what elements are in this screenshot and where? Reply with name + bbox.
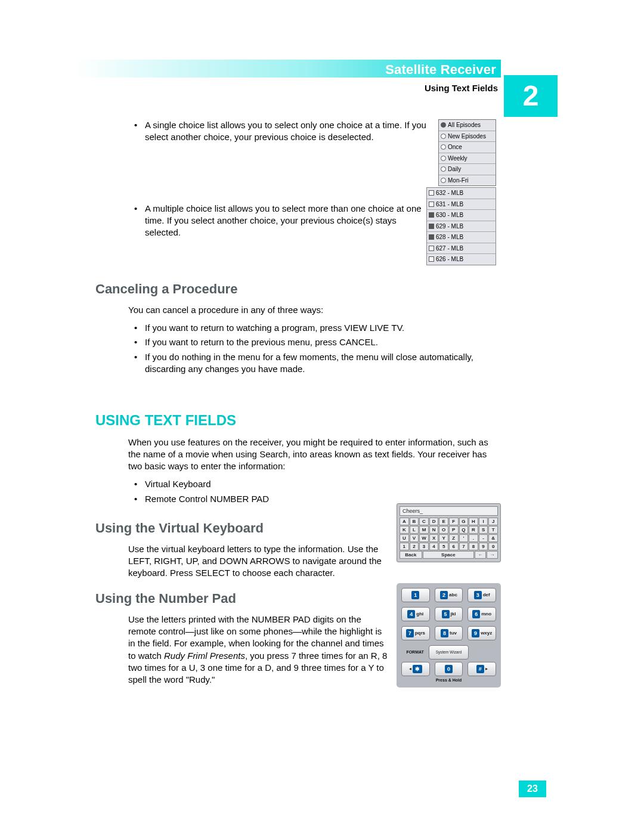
numpad-key-hash: # ▸: [467, 662, 496, 676]
list-item: All Episodes: [439, 120, 496, 131]
numpad-key: 9wxyz: [467, 626, 496, 640]
keyboard-key: Q: [459, 526, 469, 534]
list-item: 629 - MLB: [427, 221, 496, 233]
keyboard-key: .: [469, 534, 478, 542]
keyboard-key: L: [410, 526, 419, 534]
numpad-key-zero: 0: [435, 662, 463, 676]
keyboard-key-right: →: [487, 551, 498, 559]
list-item: 627 - MLB: [427, 243, 496, 255]
keyboard-key: U: [400, 534, 409, 542]
numpad-key: 2abc: [435, 588, 463, 602]
numpad-key: 8tuv: [435, 626, 463, 640]
keyboard-key: R: [469, 526, 478, 534]
radio-icon: [441, 122, 446, 128]
numpad-key: 7pqrs: [401, 626, 430, 640]
bullet-single-choice: A single choice list allows you to selec…: [128, 119, 443, 144]
cancel-item: If you want to return to the previous me…: [128, 336, 501, 348]
keyboard-key: V: [410, 534, 419, 542]
list-item: 631 - MLB: [427, 199, 496, 210]
keyboard-key: B: [410, 518, 419, 525]
keyboard-key: I: [479, 518, 488, 525]
keyboard-key: 2: [410, 543, 419, 550]
numpad-press-hold: Press & Hold: [401, 677, 496, 683]
radio-icon: [441, 156, 446, 161]
chapter-number-tab: 2: [504, 75, 558, 117]
list-item: Mon-Fri: [439, 175, 496, 186]
checkbox-icon: [429, 224, 434, 229]
keyboard-key: P: [449, 526, 459, 534]
numpad-key-star: ◂ ✱: [401, 662, 430, 676]
numpad-key: 1: [401, 588, 430, 602]
numpad-label-format: FORMAT: [401, 649, 429, 655]
keyboard-key: A: [400, 518, 409, 525]
keyboard-key: W: [419, 534, 429, 542]
chapter-title: Satellite Receiver: [385, 61, 496, 79]
heading-canceling: Canceling a Procedure: [95, 280, 501, 298]
checkbox-icon: [429, 246, 434, 251]
checkbox-icon: [429, 212, 434, 218]
header-bar: Satellite Receiver: [75, 60, 501, 78]
radio-icon: [441, 134, 446, 139]
keyboard-key: 1: [400, 543, 409, 550]
list-item: 632 - MLB: [427, 188, 496, 199]
text-fields-intro: When you use features on the receiver, y…: [128, 436, 501, 473]
keyboard-key: S: [479, 526, 488, 534]
keyboard-key: T: [488, 526, 498, 534]
keyboard-key: 0: [488, 543, 498, 550]
keyboard-key: 4: [429, 543, 439, 550]
keyboard-key: F: [449, 518, 459, 525]
figure-single-choice-list: All Episodes New Episodes Once Weekly Da…: [438, 119, 496, 186]
keyboard-key: J: [488, 518, 498, 525]
keyboard-key: Y: [439, 534, 448, 542]
radio-icon: [441, 144, 446, 150]
figure-number-pad: 12abc3def4ghi5jkl6mno7pqrs8tuv9wxyz FORM…: [397, 583, 501, 688]
list-item: 626 - MLB: [427, 254, 496, 265]
list-item: 630 - MLB: [427, 210, 496, 221]
keyboard-key: X: [429, 534, 439, 542]
text-method-item: Virtual Keyboard: [128, 478, 501, 490]
checkbox-icon: [429, 256, 434, 262]
checkbox-icon: [429, 190, 434, 196]
figure-virtual-keyboard: Cheers_ ABCDEFGHIJKLMNOPQRSTUVWXYZ'.-&12…: [397, 503, 501, 562]
cancel-intro: You can cancel a procedure in any of thr…: [128, 304, 501, 316]
keyboard-key: -: [479, 534, 488, 542]
keyboard-key: E: [439, 518, 448, 525]
list-item: Once: [439, 142, 496, 153]
keyboard-key: K: [400, 526, 409, 534]
numpad-key: 3def: [467, 588, 496, 602]
vkb-body: Use the virtual keyboard letters to type…: [128, 543, 391, 580]
keyboard-key: 5: [439, 543, 448, 550]
list-item: 628 - MLB: [427, 232, 496, 243]
page-number: 23: [519, 781, 546, 797]
radio-icon: [441, 178, 446, 183]
keyboard-key: C: [419, 518, 429, 525]
checkbox-icon: [429, 234, 434, 240]
keyboard-display: Cheers_: [400, 506, 498, 516]
keyboard-key-space: Space: [423, 551, 475, 559]
keyboard-key-left: ←: [475, 551, 486, 559]
numpad-key: 4ghi: [401, 607, 430, 621]
radio-icon: [441, 166, 446, 172]
figure-multi-choice-list: 632 - MLB 631 - MLB 630 - MLB 629 - MLB …: [426, 187, 496, 265]
keyboard-key: 7: [459, 543, 469, 550]
keyboard-key: 3: [419, 543, 429, 550]
checkbox-icon: [429, 202, 434, 207]
cancel-item: If you do nothing in the menu for a few …: [128, 351, 501, 376]
cancel-item: If you want to return to watching a prog…: [128, 322, 501, 334]
keyboard-key: ': [459, 534, 469, 542]
page-subtitle: Using Text Fields: [425, 82, 498, 94]
heading-using-text-fields: USING TEXT FIELDS: [95, 411, 501, 430]
numpad-key: 5jkl: [435, 607, 463, 621]
bullet-multi-choice: A multiple choice list allows you to sel…: [128, 203, 431, 239]
keyboard-key: M: [419, 526, 429, 534]
numpad-body: Use the letters printed with the NUMBER …: [128, 614, 391, 686]
keyboard-key: 8: [469, 543, 478, 550]
keyboard-key: H: [469, 518, 478, 525]
keyboard-key: O: [439, 526, 448, 534]
keyboard-key: Z: [449, 534, 459, 542]
keyboard-key: 6: [449, 543, 459, 550]
numpad-key: 6mno: [467, 607, 496, 621]
keyboard-key: &: [488, 534, 498, 542]
list-item: New Episodes: [439, 131, 496, 143]
keyboard-key: 9: [479, 543, 488, 550]
